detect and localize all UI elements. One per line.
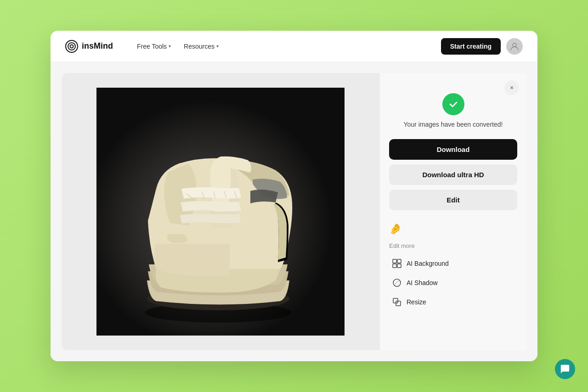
ai-shadow-label: AI Shadow	[407, 279, 438, 286]
svg-rect-15	[393, 264, 396, 268]
edit-button[interactable]: Edit	[389, 190, 517, 210]
svg-point-0	[66, 40, 78, 52]
logo-text: insMind	[82, 41, 113, 51]
user-icon	[510, 42, 519, 51]
resize-item[interactable]: Resize	[389, 293, 517, 311]
resize-label: Resize	[407, 298, 426, 306]
svg-rect-16	[397, 264, 401, 268]
main-content: × Your images have been converted! Downl…	[51, 62, 537, 361]
chevron-down-icon: ▾	[169, 44, 171, 49]
resize-icon	[392, 297, 402, 307]
nav-resources[interactable]: Resources ▾	[178, 39, 224, 54]
action-buttons: Download Download ultra HD Edit	[389, 139, 517, 210]
download-button[interactable]: Download	[389, 139, 517, 160]
nav-links: Free Tools ▾ Resources ▾	[131, 39, 441, 54]
download-ultra-hd-button[interactable]: Download ultra HD	[389, 164, 517, 185]
ai-shadow-item[interactable]: AI Shadow	[389, 274, 517, 291]
start-creating-button[interactable]: Start creating	[441, 38, 501, 55]
logo-area: insMind	[65, 40, 113, 53]
free-tools-label: Free Tools	[137, 43, 167, 50]
ai-shadow-icon	[392, 278, 402, 288]
success-icon	[442, 93, 464, 115]
hand-icon-area: 🤌	[389, 219, 517, 239]
right-panel: × Your images have been converted! Downl…	[379, 73, 526, 350]
check-icon	[448, 99, 459, 110]
svg-rect-13	[393, 259, 396, 263]
avatar	[506, 38, 523, 55]
shoe-svg	[96, 88, 345, 336]
shoe-image	[96, 88, 345, 336]
nav-free-tools[interactable]: Free Tools ▾	[131, 39, 176, 54]
nav-right: Start creating	[441, 38, 523, 55]
ai-background-item[interactable]: AI Background	[389, 255, 517, 272]
chevron-down-icon: ▾	[216, 44, 219, 49]
content-card: × Your images have been converted! Downl…	[62, 73, 526, 350]
svg-point-3	[513, 43, 516, 47]
chat-button[interactable]	[555, 359, 575, 379]
edit-more-section: Edit more	[389, 242, 517, 311]
svg-rect-19	[396, 301, 401, 306]
image-area	[62, 73, 379, 350]
close-button[interactable]: ×	[504, 80, 519, 95]
ai-background-label: AI Background	[407, 260, 449, 267]
edit-more-label: Edit more	[389, 242, 517, 249]
success-message: Your images have been converted!	[404, 121, 503, 128]
close-icon: ×	[510, 84, 514, 91]
logo-icon	[65, 40, 78, 53]
svg-rect-18	[393, 298, 398, 303]
hand-icon: 🤌	[389, 223, 401, 235]
avatar-button[interactable]	[506, 38, 523, 55]
resources-label: Resources	[184, 43, 215, 50]
ai-background-icon	[392, 258, 402, 269]
navbar: insMind Free Tools ▾ Resources ▾ Start c…	[51, 31, 537, 62]
success-section: Your images have been converted!	[389, 84, 517, 139]
svg-point-1	[68, 43, 75, 50]
chat-icon	[560, 364, 570, 374]
edit-more-items: AI Background AI Shadow	[389, 255, 517, 311]
svg-point-2	[70, 45, 74, 48]
svg-rect-14	[397, 259, 401, 263]
svg-point-17	[393, 279, 401, 286]
